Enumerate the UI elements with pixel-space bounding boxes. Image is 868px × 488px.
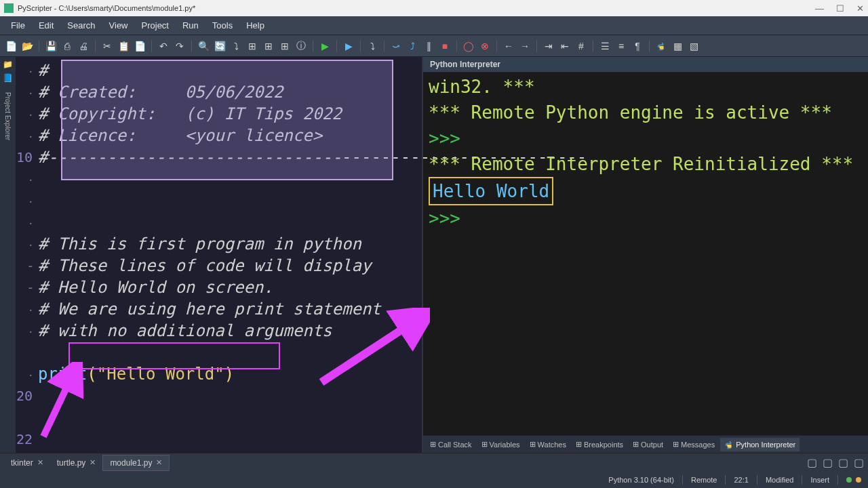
open-icon[interactable]: 📂 bbox=[20, 39, 34, 53]
info-icon[interactable]: ⓘ bbox=[294, 39, 308, 53]
status-python: Python 3.10 (64-bit) bbox=[608, 476, 674, 484]
tab-output[interactable]: ⊞ Output bbox=[629, 438, 667, 451]
close-icon[interactable]: ✕ bbox=[156, 458, 162, 467]
tab-tkinter[interactable]: tkinter✕ bbox=[4, 455, 50, 470]
stop-icon[interactable]: ■ bbox=[438, 39, 452, 53]
redo-icon[interactable]: ↷ bbox=[173, 39, 186, 53]
maximize-button[interactable]: ☐ bbox=[836, 3, 844, 14]
menu-view[interactable]: View bbox=[104, 18, 134, 33]
layout-b-icon[interactable]: ▢ bbox=[823, 456, 833, 469]
close-button[interactable]: ✕ bbox=[856, 3, 864, 14]
menu-bar: File Edit Search View Project Run Tools … bbox=[0, 16, 868, 35]
find-next-icon[interactable]: ⤵ bbox=[229, 39, 243, 53]
find-replace-icon[interactable]: 🔄 bbox=[213, 39, 226, 53]
tab-python-interpreter[interactable]: Python Interpreter bbox=[720, 438, 800, 451]
save-icon[interactable]: 💾 bbox=[44, 39, 58, 53]
circle-b-icon[interactable]: ⊗ bbox=[478, 39, 492, 53]
copy-icon[interactable]: 📋 bbox=[117, 39, 130, 53]
nav-a-icon[interactable]: ⊞ bbox=[245, 39, 259, 53]
menu-run[interactable]: Run bbox=[177, 18, 204, 33]
menu-tools[interactable]: Tools bbox=[207, 18, 238, 33]
editor-pane[interactable]: ···· 10 ··· ·--·· · 20 22 # # Created: 0… bbox=[16, 57, 422, 453]
new-icon[interactable]: 📄 bbox=[4, 39, 18, 53]
close-icon[interactable]: ✕ bbox=[37, 458, 43, 467]
nav-b-icon[interactable]: ⊞ bbox=[262, 39, 275, 53]
menu-search[interactable]: Search bbox=[62, 18, 100, 33]
close-icon[interactable]: ✕ bbox=[90, 458, 96, 467]
nav-back-icon[interactable]: ← bbox=[502, 39, 515, 53]
list2-icon[interactable]: ≡ bbox=[614, 39, 628, 53]
file-icon[interactable]: 📘 bbox=[3, 73, 13, 83]
tab-messages[interactable]: ⊞ Messages bbox=[669, 438, 719, 451]
panel-icon[interactable]: ▧ bbox=[687, 39, 701, 53]
grid-icon[interactable]: ▦ bbox=[671, 39, 684, 53]
paste-icon[interactable]: 📄 bbox=[133, 39, 146, 53]
menu-file[interactable]: File bbox=[5, 18, 31, 33]
status-dot-orange bbox=[856, 477, 861, 483]
tab-module1[interactable]: module1.py✕ bbox=[102, 455, 170, 471]
search-icon[interactable]: 🔍 bbox=[197, 39, 210, 53]
sidebar: 📁 📘 Project Explorer bbox=[0, 57, 16, 453]
step-over-icon[interactable]: ⤻ bbox=[389, 39, 403, 53]
svg-rect-0 bbox=[4, 3, 14, 13]
nav-c-icon[interactable]: ⊞ bbox=[278, 39, 292, 53]
step-out-icon[interactable]: ⤴ bbox=[406, 39, 419, 53]
cut-icon[interactable]: ✂ bbox=[100, 39, 114, 53]
editor-tabs: tkinter✕ turtle.py✕ module1.py✕ ▢ ▢ ▢ ▢ bbox=[0, 453, 868, 472]
title-bar: PyScripter - C:\Users\smarty\Documents\m… bbox=[0, 0, 868, 16]
output-highlight: Hello World bbox=[429, 177, 553, 205]
app-icon bbox=[4, 3, 14, 13]
hash-icon[interactable]: # bbox=[574, 39, 588, 53]
dedent-icon[interactable]: ⇤ bbox=[558, 39, 572, 53]
list-icon[interactable]: ☰ bbox=[598, 39, 612, 53]
step-into-icon[interactable]: ⤵ bbox=[366, 39, 379, 53]
menu-help[interactable]: Help bbox=[241, 18, 270, 33]
layout-c-icon[interactable]: ▢ bbox=[838, 456, 848, 469]
interpreter-output[interactable]: win32. *** *** Remote Python engine is a… bbox=[423, 73, 868, 435]
layout-d-icon[interactable]: ▢ bbox=[854, 456, 864, 469]
pause-icon[interactable]: ‖ bbox=[422, 39, 435, 53]
status-insert: Insert bbox=[810, 476, 829, 484]
menu-edit[interactable]: Edit bbox=[33, 18, 59, 33]
layout-a-icon[interactable]: ▢ bbox=[807, 456, 817, 469]
tab-turtle[interactable]: turtle.py✕ bbox=[50, 455, 103, 470]
minimize-button[interactable]: — bbox=[815, 3, 824, 14]
gutter: ···· 10 ··· ·--·· · 20 22 bbox=[16, 57, 38, 453]
print-icon[interactable]: 🖨 bbox=[77, 39, 90, 53]
debug-icon[interactable]: ▶ bbox=[342, 39, 355, 53]
status-bar: Python 3.10 (64-bit) Remote 22:1 Modifie… bbox=[0, 472, 868, 488]
toolbar: 📄 📂 💾 ⎙ 🖨 ✂ 📋 📄 ↶ ↷ 🔍 🔄 ⤵ ⊞ ⊞ ⊞ ⓘ ▶ ▶ ⤵ … bbox=[0, 35, 868, 57]
menu-project[interactable]: Project bbox=[136, 18, 174, 33]
circle-a-icon[interactable]: ◯ bbox=[462, 39, 475, 53]
status-modified: Modified bbox=[766, 476, 794, 484]
save-all-icon[interactable]: ⎙ bbox=[60, 39, 74, 53]
pilcrow-icon[interactable]: ¶ bbox=[631, 39, 644, 53]
indent-icon[interactable]: ⇥ bbox=[542, 39, 555, 53]
status-dot-green bbox=[846, 477, 852, 483]
folder-icon[interactable]: 📁 bbox=[3, 60, 13, 69]
window-title: PyScripter - C:\Users\smarty\Documents\m… bbox=[18, 4, 195, 12]
python-icon[interactable] bbox=[654, 39, 668, 53]
nav-fwd-icon[interactable]: → bbox=[518, 39, 532, 53]
status-remote: Remote bbox=[691, 476, 717, 484]
run-icon[interactable]: ▶ bbox=[318, 39, 332, 53]
interpreter-panel: Python Interpreter win32. *** *** Remote… bbox=[422, 57, 868, 453]
status-position: 22:1 bbox=[734, 476, 748, 484]
project-explorer-label[interactable]: Project Explorer bbox=[4, 92, 12, 140]
undo-icon[interactable]: ↶ bbox=[157, 39, 170, 53]
